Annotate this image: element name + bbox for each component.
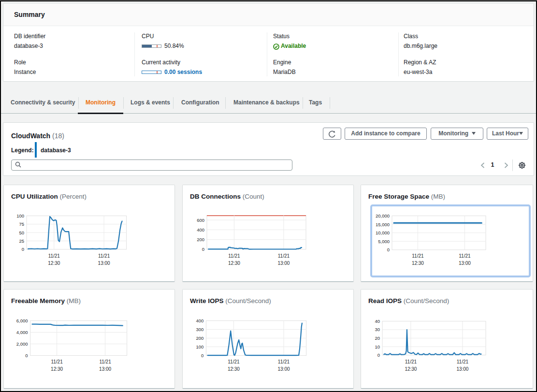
svg-text:200: 200 bbox=[197, 237, 204, 242]
svg-text:12:30: 12:30 bbox=[405, 366, 417, 372]
svg-text:20,000: 20,000 bbox=[376, 213, 390, 218]
svg-text:0: 0 bbox=[387, 247, 390, 252]
svg-text:600: 600 bbox=[197, 217, 204, 222]
svg-text:100: 100 bbox=[196, 344, 204, 349]
svg-text:11/21: 11/21 bbox=[278, 359, 290, 364]
svg-text:2,000: 2,000 bbox=[16, 341, 28, 347]
svg-text:12:30: 12:30 bbox=[48, 260, 60, 265]
svg-text:11/21: 11/21 bbox=[228, 253, 240, 258]
svg-text:0: 0 bbox=[25, 353, 28, 358]
svg-text:300: 300 bbox=[196, 327, 204, 332]
svg-text:100: 100 bbox=[16, 213, 24, 218]
svg-text:30: 30 bbox=[375, 327, 380, 332]
svg-text:11/21: 11/21 bbox=[278, 253, 290, 258]
svg-text:11/21: 11/21 bbox=[228, 359, 240, 364]
svg-text:13:00: 13:00 bbox=[277, 366, 290, 372]
svg-text:25: 25 bbox=[19, 238, 24, 244]
svg-text:11/21: 11/21 bbox=[405, 359, 417, 364]
svg-text:11/21: 11/21 bbox=[457, 359, 469, 364]
svg-text:10,000: 10,000 bbox=[376, 230, 390, 235]
svg-text:11/21: 11/21 bbox=[48, 253, 60, 258]
svg-text:15,000: 15,000 bbox=[376, 221, 390, 227]
svg-text:13:00: 13:00 bbox=[459, 260, 471, 265]
svg-text:13:00: 13:00 bbox=[456, 366, 468, 372]
svg-text:0: 0 bbox=[201, 353, 203, 358]
svg-text:5,000: 5,000 bbox=[378, 238, 390, 244]
svg-text:10: 10 bbox=[375, 344, 380, 349]
svg-text:75: 75 bbox=[19, 221, 24, 227]
svg-text:12:30: 12:30 bbox=[412, 260, 424, 265]
svg-text:40: 40 bbox=[375, 319, 380, 324]
svg-text:0: 0 bbox=[22, 247, 24, 252]
svg-text:4,000: 4,000 bbox=[16, 330, 28, 335]
svg-text:11/21: 11/21 bbox=[99, 359, 111, 364]
svg-text:11/21: 11/21 bbox=[98, 253, 110, 258]
svg-text:0: 0 bbox=[377, 352, 380, 358]
svg-text:12:30: 12:30 bbox=[228, 366, 240, 372]
svg-text:11/21: 11/21 bbox=[459, 253, 471, 258]
svg-text:13:00: 13:00 bbox=[99, 366, 111, 372]
svg-text:6,000: 6,000 bbox=[16, 318, 28, 323]
svg-text:50: 50 bbox=[19, 230, 24, 235]
svg-text:20: 20 bbox=[375, 335, 380, 341]
svg-text:11/21: 11/21 bbox=[412, 253, 424, 258]
svg-text:11/21: 11/21 bbox=[51, 359, 63, 364]
svg-text:400: 400 bbox=[197, 227, 204, 232]
svg-text:12:30: 12:30 bbox=[228, 260, 240, 265]
svg-text:13:00: 13:00 bbox=[98, 260, 110, 265]
svg-text:400: 400 bbox=[196, 318, 204, 323]
svg-text:13:00: 13:00 bbox=[277, 260, 290, 265]
svg-text:200: 200 bbox=[196, 335, 204, 341]
svg-text:12:30: 12:30 bbox=[51, 366, 63, 372]
svg-text:0: 0 bbox=[202, 247, 204, 252]
